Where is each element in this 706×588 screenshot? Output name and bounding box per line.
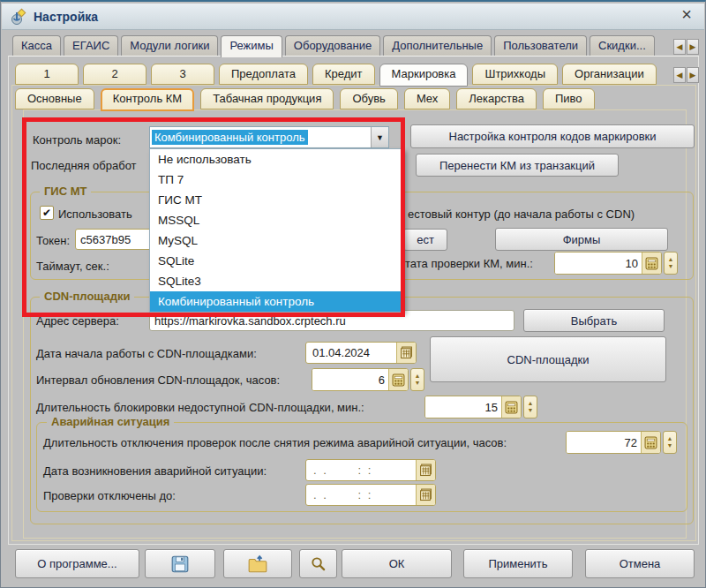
dropdown-item[interactable]: SQLite3 (150, 271, 403, 291)
tab-markirovka[interactable]: Маркировка (379, 64, 469, 87)
close-icon[interactable]: × (677, 5, 696, 25)
calculator-icon[interactable] (642, 253, 661, 274)
spin-up-icon[interactable]: ▲ (528, 400, 534, 407)
spin-up-icon[interactable]: ▲ (415, 373, 421, 380)
tab-1[interactable]: 1 (15, 64, 79, 85)
cdn-block-label: Длительность блокировки недоступной CDN-… (36, 401, 364, 414)
tab-row1-scroll: ◀ ▶ (673, 39, 699, 55)
checks-disabled-until-value: . . : : (306, 488, 416, 501)
calendar-icon[interactable] (416, 460, 435, 480)
mark-control-combobox[interactable]: Комбинированный контроль ▼ (149, 126, 389, 148)
tab-row-main: Касса ЕГАИС Модули логики Режимы Оборудо… (12, 35, 655, 56)
spin-down-icon[interactable]: ▼ (668, 263, 674, 270)
firms-button[interactable]: Фирмы (495, 228, 668, 251)
test-button[interactable]: ест (403, 229, 447, 251)
spinner-control[interactable]: ▲▼ (664, 252, 678, 275)
tab-shtrihkody[interactable]: Штрихкоды (472, 64, 558, 85)
search-icon (310, 555, 327, 572)
spinner-control[interactable]: ▲▼ (410, 368, 424, 391)
tab-rezhimy[interactable]: Режимы (221, 35, 282, 57)
tab-kredit[interactable]: Кредит (312, 64, 375, 85)
server-address-field[interactable]: https://markirovka.sandbox.crptech.ru (149, 310, 514, 331)
checkmark-icon: ✔ (42, 207, 51, 219)
tab-kontrol-km[interactable]: Контроль КМ (101, 88, 194, 111)
calendar-icon[interactable] (416, 485, 435, 505)
chevron-down-icon[interactable]: ▼ (371, 127, 388, 147)
tab-organizacii[interactable]: Организации (562, 64, 657, 85)
save-icon (170, 554, 190, 574)
ok-button[interactable]: ОК (342, 549, 452, 578)
token-value: c5637b95 (80, 233, 131, 246)
tab-skidki[interactable]: Скидки... (590, 35, 655, 56)
check-result-spinbox: 10 ▲▼ (554, 252, 678, 275)
apply-button[interactable]: Применить (463, 549, 573, 578)
choose-button[interactable]: Выбрать (523, 309, 665, 332)
spinner-control[interactable]: ▲▼ (663, 431, 677, 454)
tab-3[interactable]: 3 (151, 64, 214, 85)
spin-down-icon[interactable]: ▼ (415, 380, 421, 387)
tab-row2-scroll: ◀ ▶ (673, 67, 699, 83)
about-button[interactable]: О программе... (15, 549, 139, 578)
tab-moduli-logiki[interactable]: Модули логики (121, 35, 218, 56)
dropdown-item[interactable]: ГИС МТ (150, 190, 403, 210)
dropdown-item[interactable]: SQLite (150, 251, 403, 271)
settings-dialog: Настройка × Касса ЕГАИС Модули логики Ре… (0, 0, 706, 588)
last-processing-label: Последняя обработ (31, 159, 137, 172)
tab-egais[interactable]: ЕГАИС (64, 35, 118, 56)
use-gis-checkbox[interactable]: ✔ (40, 206, 54, 220)
spin-up-icon[interactable]: ▲ (667, 435, 673, 442)
tab-predoplata[interactable]: Предоплата (219, 64, 308, 85)
tab-obuv[interactable]: Обувь (340, 88, 397, 109)
emergency-occur-field[interactable]: . . : : (305, 459, 436, 481)
dropdown-item[interactable]: Не использовать (150, 149, 403, 170)
transfer-km-button[interactable]: Перенести КМ из транзакций (416, 154, 619, 177)
gis-mt-group-label: ГИС МТ (40, 185, 91, 198)
checks-disabled-until-field[interactable]: . . : : (305, 484, 436, 506)
scroll-right-icon[interactable]: ▶ (687, 39, 699, 55)
cancel-button[interactable]: Отмена (585, 549, 695, 578)
dropdown-item-highlighted[interactable]: Комбинированный контроль (150, 291, 403, 312)
cdn-interval-input[interactable]: 6 (312, 368, 409, 391)
spinner-control[interactable]: ▲▼ (523, 396, 537, 418)
search-button[interactable] (299, 549, 337, 578)
tab-pivo[interactable]: Пиво (543, 88, 595, 109)
cdn-interval-spinbox: 6 ▲▼ (312, 368, 424, 391)
tab-2[interactable]: 2 (83, 64, 146, 85)
spin-down-icon[interactable]: ▼ (528, 407, 534, 414)
cdn-interval-label: Интервал обновления CDN-площадок, часов: (36, 373, 280, 387)
timeout-label: Таймаут, сек.: (36, 260, 109, 273)
calculator-icon[interactable] (641, 432, 660, 453)
title-bar: Настройка (2, 4, 704, 30)
spin-up-icon[interactable]: ▲ (668, 256, 674, 263)
tab-kassa[interactable]: Касса (12, 35, 61, 56)
tab-osnovnye[interactable]: Основные (15, 88, 94, 109)
tab-row-markirovka: Основные Контроль КМ Табачная продукция … (15, 89, 595, 109)
tab-lekarstva[interactable]: Лекарства (456, 88, 537, 109)
tab-polzovateli[interactable]: Пользователи (494, 35, 587, 56)
dropdown-item[interactable]: MySQL (150, 230, 403, 251)
cdn-start-date-field[interactable]: 01.04.2024 (305, 342, 417, 364)
check-result-input[interactable]: 10 (554, 252, 662, 275)
cdn-start-date-label: Дата начала работы с CDN-площадками: (36, 347, 257, 360)
open-folder-button[interactable] (223, 549, 292, 578)
scroll-left-icon[interactable]: ◀ (673, 39, 686, 55)
calculator-icon[interactable] (388, 369, 408, 390)
marking-codes-settings-button[interactable]: Настройка контроля кодов маркировки (410, 124, 695, 148)
scroll-right-icon[interactable]: ▶ (687, 67, 699, 83)
server-address-label: Адрес сервера: (36, 314, 119, 328)
dropdown-item[interactable]: MSSQL (150, 210, 403, 230)
emergency-disable-input[interactable]: 72 (566, 431, 661, 454)
dropdown-item[interactable]: ТП 7 (150, 170, 403, 190)
calculator-icon[interactable] (501, 396, 521, 418)
calendar-icon[interactable] (396, 343, 416, 363)
use-gis-label-right: естовый контур (до начала работы с CDN) (408, 207, 635, 221)
spin-down-icon[interactable]: ▼ (667, 442, 673, 449)
tab-meh[interactable]: Мех (404, 88, 450, 109)
save-button[interactable] (145, 549, 215, 578)
tab-dopolnitelnye[interactable]: Дополнительные (383, 35, 492, 56)
scroll-left-icon[interactable]: ◀ (673, 67, 686, 83)
cdn-block-input[interactable]: 15 (424, 396, 522, 418)
tab-tabachnaya-produkciya[interactable]: Табачная продукция (200, 88, 334, 109)
cdn-sites-button[interactable]: CDN-площадки (430, 336, 666, 382)
tab-oborudovanie[interactable]: Оборудование (285, 35, 380, 56)
